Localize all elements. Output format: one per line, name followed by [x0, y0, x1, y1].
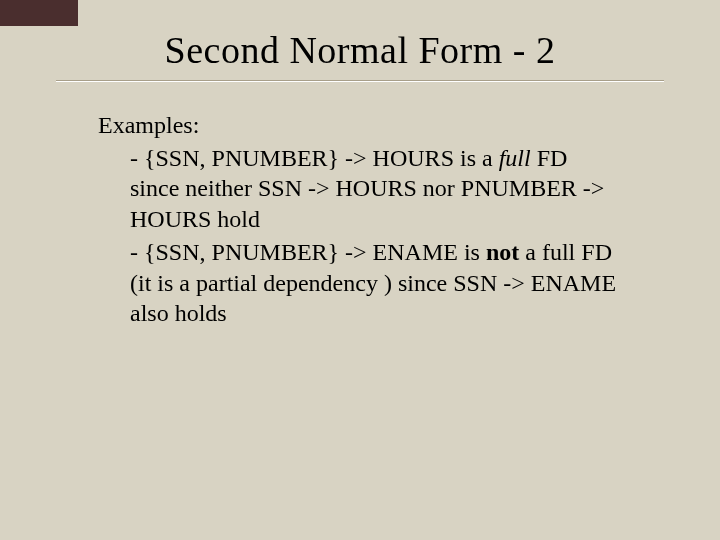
example-1-lead: {SSN, PNUMBER} -> HOURS is a: [144, 145, 499, 171]
example-1-emphasis-full: full: [499, 145, 531, 171]
title-underline: [56, 80, 664, 82]
slide-body: Second Normal Form - 2 Examples: - {SSN,…: [0, 0, 720, 329]
example-2-lead: {SSN, PNUMBER} -> ENAME is: [144, 239, 486, 265]
examples-heading: Examples:: [98, 110, 622, 141]
example-1: - {SSN, PNUMBER} -> HOURS is a full FD s…: [98, 143, 622, 235]
corner-decoration: [0, 0, 78, 26]
example-2-strong-not: not: [486, 239, 519, 265]
slide-content: Examples: - {SSN, PNUMBER} -> HOURS is a…: [56, 110, 664, 329]
bullet-dash: -: [130, 239, 144, 265]
slide-title: Second Normal Form - 2: [56, 28, 664, 72]
bullet-dash: -: [130, 145, 144, 171]
example-2: - {SSN, PNUMBER} -> ENAME is not a full …: [98, 237, 622, 329]
